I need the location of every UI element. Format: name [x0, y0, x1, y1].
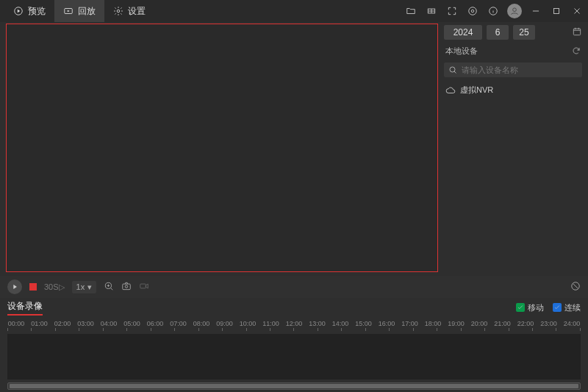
play-button[interactable] [7, 279, 22, 294]
user-avatar[interactable] [507, 4, 522, 18]
svg-point-7 [513, 8, 517, 12]
svg-point-2 [117, 10, 120, 13]
tick-mark [151, 328, 151, 331]
folder-icon[interactable] [404, 4, 417, 18]
check-icon [553, 303, 562, 312]
video-viewport[interactable] [6, 24, 438, 272]
record-icon[interactable] [139, 281, 149, 293]
tab-settings[interactable]: 设置 [104, 0, 154, 22]
tick-label: 14:00 [331, 320, 349, 327]
svg-point-5 [469, 7, 477, 15]
search-input[interactable] [462, 65, 578, 74]
tick-mark [365, 328, 366, 331]
timeline-ticks: 00:0001:0002:0003:0004:0005:0006:0007:00… [7, 320, 581, 327]
tick-mark [509, 328, 509, 331]
tick-label: 21:00 [494, 320, 512, 327]
play-circle-icon [13, 6, 24, 16]
tick-mark [55, 328, 56, 331]
tick-mark [246, 328, 247, 331]
tick-mark [484, 328, 485, 331]
svg-point-10 [450, 67, 455, 72]
tick-label: 08:00 [193, 320, 210, 327]
disable-icon[interactable] [570, 281, 581, 293]
timeline-scrollbar[interactable] [7, 382, 581, 390]
tick-mark [413, 328, 414, 331]
tick-label: 20:00 [470, 320, 488, 327]
stop-button[interactable] [29, 283, 37, 291]
tick-label: 07:00 [170, 320, 187, 327]
tab-settings-label: 设置 [128, 5, 146, 18]
tick-label: 16:00 [378, 320, 395, 327]
tab-playback[interactable]: 回放 [54, 0, 104, 22]
check-icon [516, 303, 525, 312]
tick-mark [532, 328, 533, 331]
date-month[interactable]: 6 [487, 25, 509, 40]
maximize-button[interactable] [550, 4, 563, 18]
record-type-checks: 移动 连续 [516, 302, 581, 313]
tick-label: 04:00 [100, 320, 118, 327]
device-search[interactable] [444, 63, 582, 77]
minimize-button[interactable] [529, 4, 542, 18]
tick-label: 00:00 [7, 320, 25, 327]
tick-mark [556, 328, 556, 331]
tick-mark [103, 328, 104, 331]
zoom-icon[interactable] [104, 281, 114, 293]
tick-label: 22:00 [517, 320, 534, 327]
tick-mark [31, 328, 32, 331]
chevron-down-icon: ▾ [87, 282, 92, 292]
date-day[interactable]: 25 [513, 25, 535, 40]
scrollbar-thumb[interactable] [10, 384, 578, 388]
titlebar-right-icons [404, 4, 584, 18]
device-item[interactable]: 虚拟NVR [444, 82, 582, 99]
refresh-icon[interactable] [572, 46, 581, 57]
tick-mark [174, 328, 175, 331]
grid-icon[interactable] [425, 4, 438, 18]
svg-point-13 [125, 285, 128, 288]
svg-rect-8 [554, 9, 559, 14]
info-icon[interactable] [487, 4, 500, 18]
tick-mark [437, 328, 437, 331]
tick-label: 03:00 [77, 320, 95, 327]
tick-label: 17:00 [401, 320, 419, 327]
tick-label: 09:00 [216, 320, 234, 327]
gear-icon [113, 6, 123, 16]
fullscreen-icon[interactable] [445, 4, 459, 18]
timeline-marks [7, 328, 581, 331]
local-devices-label: 本地设备 [445, 46, 478, 57]
tick-mark [79, 328, 79, 331]
calendar-icon[interactable] [572, 26, 582, 39]
svg-rect-9 [573, 28, 580, 35]
check-motion[interactable]: 移动 [516, 302, 544, 313]
tick-mark [293, 328, 294, 331]
close-button[interactable] [570, 4, 584, 18]
skip-30s-label[interactable]: 30S▷ [44, 282, 65, 292]
tick-label: 10:00 [239, 320, 257, 327]
tick-label: 19:00 [448, 320, 465, 327]
record-type-tab[interactable]: 设备录像 [7, 300, 43, 316]
tick-mark [318, 328, 318, 331]
date-year[interactable]: 2024 [444, 25, 482, 40]
tick-mark [7, 328, 8, 331]
tick-label: 12:00 [285, 320, 303, 327]
tab-preview-label: 预览 [28, 5, 46, 18]
timeline: 00:0001:0002:0003:0004:0005:0006:0007:00… [0, 317, 588, 331]
speed-selector[interactable]: 1x ▾ [72, 281, 97, 293]
title-bar: 预览 回放 设置 [0, 0, 588, 22]
snapshot-icon[interactable] [121, 281, 132, 293]
tick-label: 05:00 [123, 320, 141, 327]
timeline-track[interactable] [7, 334, 581, 379]
tick-mark [270, 328, 270, 331]
tab-preview[interactable]: 预览 [4, 0, 54, 22]
playback-icon [63, 6, 74, 16]
check-continuous[interactable]: 连续 [553, 302, 581, 313]
date-picker-row: 2024 6 25 [444, 25, 582, 40]
tick-mark [126, 328, 127, 331]
cloud-icon [445, 85, 456, 96]
tick-mark [389, 328, 390, 331]
record-type-bar: 设备录像 移动 连续 [0, 298, 588, 317]
tick-mark [341, 328, 342, 331]
tick-mark [198, 328, 199, 331]
device-name: 虚拟NVR [460, 85, 493, 96]
settings-icon[interactable] [466, 4, 479, 18]
tick-label: 23:00 [540, 320, 558, 327]
